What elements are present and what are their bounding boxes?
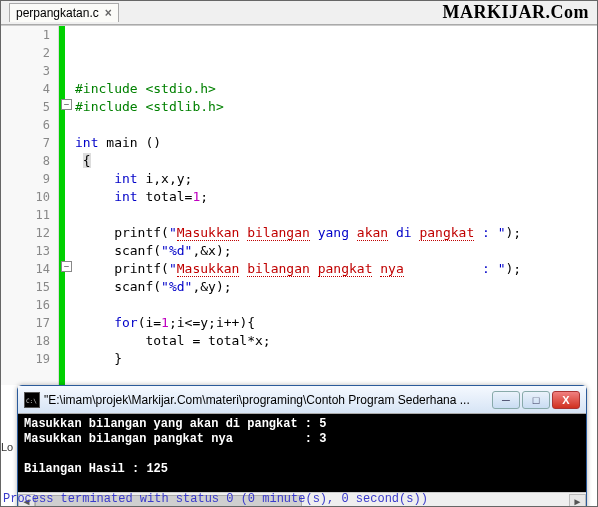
fold-icon[interactable]: − — [61, 261, 72, 272]
code-token: #include — [75, 81, 145, 96]
console-title: "E:\imam\projek\Markijar.Com\materi\prog… — [44, 393, 492, 407]
line-number: 19 — [1, 350, 50, 368]
maximize-button[interactable]: □ — [522, 391, 550, 409]
line-number: 12 — [1, 224, 50, 242]
code-token: #include — [75, 99, 145, 114]
code-token: : " — [474, 225, 505, 240]
code-editor[interactable]: 12345678910111213141516171819 − − #inclu… — [1, 25, 597, 385]
code-token — [310, 261, 318, 276]
line-number: 11 — [1, 206, 50, 224]
line-number: 16 — [1, 296, 50, 314]
line-number: 1 — [1, 26, 50, 44]
line-number: 14 — [1, 260, 50, 278]
code-token: ,&y); — [192, 279, 231, 294]
close-button[interactable]: X — [552, 391, 580, 409]
code-token: (i= — [138, 315, 161, 330]
code-token: { — [83, 153, 91, 168]
line-number: 7 — [1, 134, 50, 152]
code-token: "%d" — [161, 279, 192, 294]
scroll-right-button[interactable]: ► — [569, 494, 586, 508]
truncated-label: Lo — [1, 441, 13, 453]
line-number: 9 — [1, 170, 50, 188]
code-token: <stdio.h> — [145, 81, 215, 96]
code-token: pangkat — [318, 261, 373, 277]
code-token: 1 — [161, 315, 169, 330]
brand-watermark: MARKIJAR.Com — [443, 2, 589, 23]
code-token: Masukkan — [177, 225, 240, 241]
build-log-line: Process terminated with status 0 (0 minu… — [3, 492, 428, 506]
code-token: total= — [138, 189, 193, 204]
code-token: ); — [506, 261, 522, 276]
line-number: 18 — [1, 332, 50, 350]
console-titlebar[interactable]: "E:\imam\projek\Markijar.Com\materi\prog… — [18, 386, 586, 414]
tab-filename: perpangkatan.c — [16, 6, 99, 20]
code-token: i,x,y; — [138, 171, 193, 186]
code-token: ,&x); — [192, 243, 231, 258]
line-number: 3 — [1, 62, 50, 80]
code-token: int — [75, 135, 98, 150]
code-token: printf( — [114, 225, 169, 240]
line-number: 10 — [1, 188, 50, 206]
code-token: int — [114, 189, 137, 204]
line-number: 8 — [1, 152, 50, 170]
window-buttons: ─ □ X — [492, 391, 580, 409]
code-token: yang — [310, 225, 357, 240]
code-token: : " — [404, 261, 506, 276]
code-token: "%d" — [161, 243, 192, 258]
code-token: } — [114, 351, 122, 366]
code-token: int — [114, 171, 137, 186]
line-number: 4 — [1, 80, 50, 98]
code-token: ;i<=y;i++){ — [169, 315, 255, 330]
minimize-button[interactable]: ─ — [492, 391, 520, 409]
code-token: printf( — [114, 261, 169, 276]
close-icon[interactable]: × — [105, 6, 112, 20]
console-window: "E:\imam\projek\Markijar.Com\materi\prog… — [17, 385, 587, 507]
line-number: 2 — [1, 44, 50, 62]
code-token: bilangan — [247, 225, 310, 241]
code-token: bilangan — [247, 261, 310, 277]
line-number: 13 — [1, 242, 50, 260]
file-tab[interactable]: perpangkatan.c × — [9, 3, 119, 22]
line-number: 15 — [1, 278, 50, 296]
line-number: 5 — [1, 98, 50, 116]
cmd-icon — [24, 392, 40, 408]
code-token: ); — [506, 225, 522, 240]
code-token: di — [388, 225, 419, 240]
code-token: <stdlib.h> — [145, 99, 223, 114]
line-number: 17 — [1, 314, 50, 332]
code-token: pangkat — [419, 225, 474, 241]
code-token: " — [169, 261, 177, 276]
line-number-gutter: 12345678910111213141516171819 — [1, 26, 59, 385]
code-token: nya — [380, 261, 403, 277]
code-token: scanf( — [114, 279, 161, 294]
code-token: Masukkan — [177, 261, 240, 277]
tab-bar: perpangkatan.c × MARKIJAR.Com — [1, 1, 597, 25]
code-token: akan — [357, 225, 388, 241]
code-token: scanf( — [114, 243, 161, 258]
code-token: ; — [200, 189, 208, 204]
code-token: for — [114, 315, 137, 330]
code-token: main () — [98, 135, 161, 150]
console-output[interactable]: Masukkan bilangan yang akan di pangkat :… — [18, 414, 586, 492]
fold-icon[interactable]: − — [61, 99, 72, 110]
line-number: 6 — [1, 116, 50, 134]
code-token: " — [169, 225, 177, 240]
code-token: total = total*x; — [145, 333, 270, 348]
code-area[interactable]: − − #include <stdio.h> #include <stdlib.… — [65, 26, 597, 385]
